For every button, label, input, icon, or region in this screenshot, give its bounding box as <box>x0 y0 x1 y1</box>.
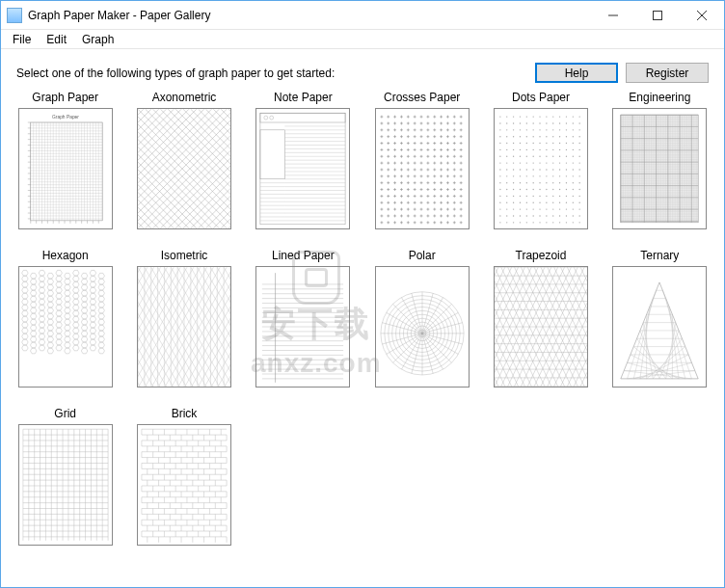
tile-lined[interactable]: Lined Paper <box>255 249 352 388</box>
svg-point-861 <box>566 202 567 203</box>
svg-point-744 <box>566 143 567 144</box>
svg-marker-1060 <box>21 305 27 310</box>
svg-line-143 <box>153 109 230 227</box>
tile-label: Crosses Paper <box>384 91 460 104</box>
tile-thumbnail <box>255 108 350 229</box>
svg-point-845 <box>546 196 547 197</box>
tile-thumbnail <box>255 266 350 388</box>
svg-point-692 <box>566 116 567 117</box>
svg-point-788 <box>513 169 514 170</box>
svg-point-825 <box>499 189 500 190</box>
svg-point-820 <box>552 182 553 183</box>
svg-point-813 <box>506 182 507 183</box>
minimize-button[interactable] <box>591 1 635 30</box>
svg-point-696 <box>506 122 507 123</box>
svg-point-827 <box>513 189 514 190</box>
svg-point-761 <box>506 156 507 157</box>
svg-marker-1045 <box>64 296 69 302</box>
svg-point-757 <box>566 149 567 150</box>
tile-notepaper[interactable]: Note Paper <box>255 91 352 229</box>
svg-marker-1055 <box>64 302 69 307</box>
svg-point-885 <box>552 215 553 216</box>
svg-point-797 <box>573 169 574 170</box>
svg-marker-1126 <box>72 339 78 345</box>
svg-marker-1110 <box>21 334 27 339</box>
tile-polar[interactable]: Polar <box>373 249 470 388</box>
close-button[interactable] <box>680 1 724 30</box>
svg-point-811 <box>578 175 579 176</box>
svg-point-698 <box>520 122 521 123</box>
menu-edit[interactable]: Edit <box>39 31 74 48</box>
svg-point-878 <box>506 215 507 216</box>
svg-line-1169 <box>138 267 174 387</box>
svg-marker-1086 <box>72 316 78 322</box>
svg-point-807 <box>552 175 553 176</box>
tile-hexagon[interactable]: Hexagon <box>16 249 114 388</box>
svg-point-777 <box>526 162 527 163</box>
svg-marker-1118 <box>90 334 95 339</box>
register-button[interactable]: Register <box>626 63 709 83</box>
svg-point-701 <box>539 122 540 123</box>
svg-line-142 <box>153 109 230 227</box>
svg-marker-1127 <box>81 342 87 348</box>
svg-point-848 <box>566 196 567 197</box>
tile-thumbnail <box>18 424 113 546</box>
svg-point-856 <box>532 202 533 203</box>
svg-point-773 <box>499 162 500 163</box>
svg-line-163 <box>228 109 230 227</box>
svg-marker-1125 <box>64 342 69 348</box>
svg-marker-1006 <box>72 270 78 276</box>
svg-point-814 <box>513 182 514 183</box>
svg-point-768 <box>552 156 553 157</box>
svg-point-683 <box>506 116 507 117</box>
svg-point-704 <box>559 122 560 123</box>
maximize-button[interactable] <box>635 1 680 30</box>
tile-label: Trapezoid <box>516 249 567 262</box>
tile-isometric[interactable]: Isometric <box>135 249 232 388</box>
svg-point-709 <box>506 129 507 130</box>
tile-axonometric[interactable]: Axonometric <box>135 91 232 229</box>
help-button[interactable]: Help <box>535 63 618 83</box>
tile-engineering[interactable]: Engineering <box>611 91 709 229</box>
svg-marker-1057 <box>81 302 87 307</box>
tile-dots[interactable]: Dots Paper <box>492 91 589 229</box>
svg-point-752 <box>532 149 533 150</box>
tile-label: Dots Paper <box>512 91 570 104</box>
svg-point-899 <box>559 222 560 223</box>
svg-point-791 <box>532 169 533 170</box>
svg-line-1303 <box>392 304 421 333</box>
menu-file[interactable]: File <box>5 31 39 48</box>
svg-point-691 <box>559 116 560 117</box>
svg-point-239 <box>270 116 274 120</box>
svg-marker-1138 <box>90 345 95 351</box>
tile-graphpaper[interactable]: Graph PaperGraph Paper <box>16 91 114 229</box>
svg-marker-1008 <box>90 270 95 276</box>
svg-point-880 <box>520 215 521 216</box>
svg-marker-1059 <box>98 302 104 307</box>
tile-ternary[interactable]: Ternary <box>611 249 709 388</box>
svg-marker-1132 <box>39 345 44 351</box>
svg-point-728 <box>546 136 547 137</box>
svg-point-748 <box>506 149 507 150</box>
tile-trapezoid[interactable]: Trapezoid <box>492 249 589 388</box>
svg-marker-1116 <box>72 334 78 339</box>
svg-point-758 <box>573 149 574 150</box>
tile-brick[interactable]: Brick <box>135 407 232 546</box>
svg-point-779 <box>539 162 540 163</box>
svg-marker-1056 <box>72 299 78 305</box>
svg-point-746 <box>578 143 579 144</box>
svg-marker-1016 <box>72 276 78 281</box>
svg-marker-1103 <box>47 331 53 336</box>
tile-crosses[interactable]: Crosses Paper <box>373 91 470 229</box>
svg-line-1302 <box>386 312 421 334</box>
svg-marker-1087 <box>81 319 87 325</box>
svg-marker-1025 <box>64 284 69 290</box>
tile-grid[interactable]: Grid <box>16 407 114 546</box>
svg-point-823 <box>573 182 574 183</box>
svg-point-743 <box>559 143 560 144</box>
svg-marker-1041 <box>30 296 36 302</box>
svg-point-690 <box>552 116 553 117</box>
menu-graph[interactable]: Graph <box>74 31 121 48</box>
svg-point-857 <box>539 202 540 203</box>
svg-line-1291 <box>422 334 451 362</box>
